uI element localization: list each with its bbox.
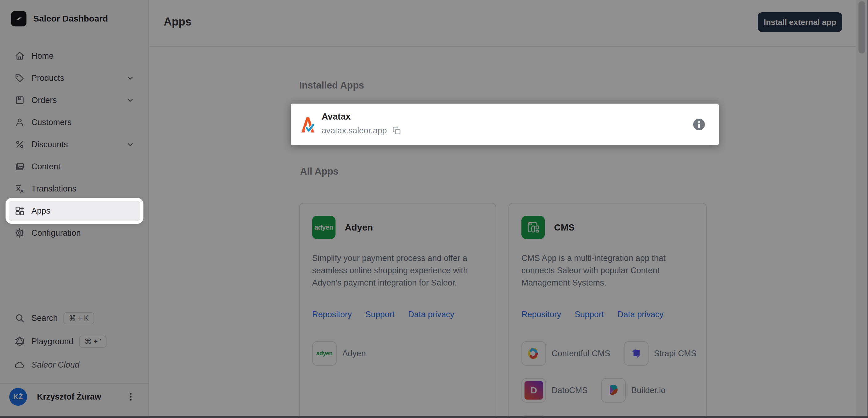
sidebar-divider — [0, 383, 148, 384]
installed-apps-heading: Installed Apps — [299, 80, 364, 91]
user-name: Krzysztof Żuraw — [37, 392, 101, 402]
translate-icon — [14, 183, 25, 194]
main-area: Apps Install external app Installed Apps… — [150, 0, 868, 418]
avatax-logo-icon — [300, 116, 315, 134]
link-repository[interactable]: Repository — [521, 310, 561, 319]
sidebar-item-label: Customers — [31, 118, 72, 127]
app-card-links: RepositorySupportData privacy — [521, 310, 663, 319]
link-support[interactable]: Support — [365, 310, 395, 319]
folder-icon — [14, 161, 25, 172]
brand-name: Saleor Dashboard — [33, 14, 108, 24]
sidebar-item-label: Translations — [31, 184, 76, 194]
sidebar-item-label: Discounts — [31, 140, 68, 149]
link-data-privacy[interactable]: Data privacy — [617, 310, 663, 319]
sidebar: Saleor Dashboard Home Products Orders Cu… — [0, 0, 149, 418]
chevron-down-icon — [126, 73, 135, 83]
keyboard-shortcut-badge: ⌘ + ' — [79, 336, 107, 348]
sidebar-item-label: Configuration — [31, 229, 81, 238]
sidebar-item-label: Products — [31, 73, 64, 83]
app-card-header: adyen Adyen — [312, 216, 373, 239]
scrollbar[interactable] — [856, 0, 867, 418]
vendor-label: Contentful CMS — [552, 349, 610, 358]
installed-app-row-avatax[interactable]: Avatax avatax.saleor.app — [291, 104, 719, 145]
sidebar-item-orders[interactable]: Orders — [9, 90, 141, 110]
vendor-datocms[interactable]: D DatoCMS — [521, 378, 588, 403]
sidebar-item-search[interactable]: Search ⌘ + K — [9, 308, 141, 328]
datocms-d-letter: D — [530, 385, 537, 395]
brand[interactable]: Saleor Dashboard — [11, 11, 108, 27]
app-card-vendors: adyen Adyen — [312, 341, 488, 366]
cms-glyph-icon — [526, 220, 540, 235]
sidebar-item-configuration[interactable]: Configuration — [9, 223, 141, 243]
sidebar-utility-label: Search — [31, 314, 58, 323]
kebab-menu-icon[interactable] — [126, 391, 136, 402]
adyen-logo-icon: adyen — [312, 341, 337, 366]
all-apps-heading: All Apps — [300, 166, 339, 177]
adyen-logo-icon: adyen — [312, 216, 336, 239]
avatar: KŻ — [9, 388, 27, 406]
builder-io-logo-icon — [601, 378, 626, 403]
gear-icon — [14, 228, 25, 239]
saleor-logo-icon — [11, 11, 27, 27]
app-card-title: CMS — [554, 222, 575, 233]
contentful-cms-logo-icon — [521, 341, 546, 366]
app-card-description: CMS App is a multi-integration app that … — [521, 252, 695, 289]
link-repository[interactable]: Repository — [312, 310, 352, 319]
sidebar-item-playground[interactable]: Playground ⌘ + ' — [9, 332, 141, 351]
sidebar-item-products[interactable]: Products — [9, 68, 141, 88]
link-data-privacy[interactable]: Data privacy — [408, 310, 454, 319]
vendor-builder-io[interactable]: Builder.io — [601, 378, 665, 403]
page-content: Installed Apps Avatax avatax.saleor.app … — [150, 47, 868, 418]
keyboard-shortcut-badge: ⌘ + K — [63, 312, 94, 324]
user-menu[interactable]: KŻ Krzysztof Żuraw — [9, 387, 141, 407]
install-external-app-button[interactable]: Install external app — [758, 12, 842, 32]
adyen-wordmark: adyen — [314, 223, 333, 232]
window-bottom-edge — [0, 416, 868, 418]
vendor-adyen[interactable]: adyen Adyen — [312, 341, 366, 366]
page-title: Apps — [164, 15, 191, 28]
app-card-vendors: Contentful CMS Strapi CMS D DatoCMS Buil… — [521, 341, 699, 418]
info-icon[interactable] — [693, 118, 705, 131]
app-card-links: RepositorySupportData privacy — [312, 310, 454, 319]
cloud-icon — [14, 359, 25, 370]
copy-icon[interactable] — [392, 126, 402, 136]
sidebar-item-content[interactable]: Content — [9, 157, 141, 176]
percent-icon — [14, 139, 25, 150]
sidebar-item-home[interactable]: Home — [9, 46, 141, 66]
package-icon — [14, 95, 25, 106]
scrollbar-thumb[interactable] — [859, 1, 865, 54]
installed-app-url-row: avatax.saleor.app — [322, 126, 402, 136]
sidebar-utility-label: Saleor Cloud — [31, 360, 80, 370]
sidebar-item-customers[interactable]: Customers — [9, 112, 141, 132]
sidebar-item-label: Home — [31, 51, 54, 61]
datocms-logo-icon: D — [521, 378, 546, 403]
sidebar-item-saleor-cloud[interactable]: Saleor Cloud — [9, 355, 141, 375]
graphql-icon — [14, 336, 25, 347]
link-support[interactable]: Support — [575, 310, 604, 319]
sidebar-utility-label: Playground — [31, 337, 73, 346]
sidebar-item-translations[interactable]: Translations — [9, 179, 141, 199]
vendor-label: DatoCMS — [552, 386, 588, 395]
tag-icon — [14, 73, 25, 83]
adyen-mini-wordmark: adyen — [316, 350, 333, 357]
vendor-strapi-cms[interactable]: Strapi CMS — [624, 341, 696, 366]
vendor-contentful-cms[interactable]: Contentful CMS — [521, 341, 610, 366]
page-header: Apps Install external app — [150, 0, 868, 47]
app-card-cms: CMS CMS App is a multi-integration app t… — [508, 203, 707, 418]
home-icon — [14, 50, 25, 62]
sidebar-item-apps[interactable]: Apps — [9, 201, 141, 221]
window-right-edge — [867, 0, 868, 418]
app-card-adyen: adyen Adyen Simplify your payment proces… — [299, 203, 496, 418]
app-card-title: Adyen — [345, 222, 373, 233]
installed-app-name: Avatax — [322, 112, 350, 122]
sidebar-item-label: Apps — [31, 206, 51, 216]
vendor-label: Builder.io — [631, 386, 665, 395]
customer-icon — [14, 117, 25, 128]
app-card-header: CMS — [521, 216, 575, 239]
vendor-label: Adyen — [342, 349, 366, 358]
apps-icon — [14, 205, 25, 216]
installed-app-url: avatax.saleor.app — [322, 126, 387, 136]
installed-apps-divider — [291, 100, 719, 101]
sidebar-item-discounts[interactable]: Discounts — [9, 135, 141, 154]
cms-logo-icon — [521, 216, 545, 239]
